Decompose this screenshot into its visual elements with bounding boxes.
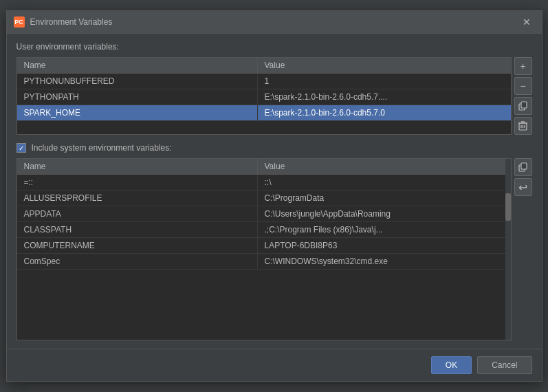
title-bar: PC Environment Variables ✕ — [7, 11, 542, 34]
user-row-value: E:\spark-2.1.0-bin-2.6.0-cdh5.7.0 — [258, 105, 511, 120]
system-row-name: =:: — [17, 175, 258, 190]
svg-rect-1 — [521, 102, 527, 108]
delete-user-var-button[interactable] — [514, 117, 532, 135]
user-table-container: Name Value PYTHONUNBUFFERED 1 PYTHONPATH… — [17, 57, 532, 135]
system-row-value: C:\WINDOWS\system32\cmd.exe — [258, 254, 505, 269]
system-scrollbar-thumb[interactable] — [505, 193, 511, 221]
system-table-row[interactable]: ALLUSERSPROFILE C:\ProgramData — [17, 190, 505, 206]
user-side-buttons: + − — [514, 57, 532, 135]
environment-variables-dialog: PC Environment Variables ✕ User environm… — [6, 10, 542, 382]
system-row-name: ALLUSERSPROFILE — [17, 190, 258, 206]
add-user-var-button[interactable]: + — [514, 57, 532, 75]
system-table-row[interactable]: =:: ::\ — [17, 175, 505, 190]
system-table-row[interactable]: COMPUTERNAME LAPTOP-6DBI8P63 — [17, 238, 505, 254]
svg-rect-9 — [521, 163, 527, 169]
copy-system-var-button[interactable] — [514, 158, 532, 176]
user-table-row[interactable]: SPARK_HOME E:\spark-2.1.0-bin-2.6.0-cdh5… — [17, 105, 511, 121]
system-row-value: .;C:\Program Files (x86)\Java\j... — [258, 222, 505, 237]
system-side-buttons: ↩ — [514, 158, 532, 340]
system-table-inner: Name Value =:: ::\ ALLUSERSPROFILE C:\Pr… — [17, 159, 505, 340]
user-col-value: Value — [258, 58, 511, 73]
system-table-row[interactable]: APPDATA C:\Users\jungle\AppData\Roaming — [17, 206, 505, 222]
dialog-footer: OK Cancel — [7, 349, 542, 381]
system-row-value: LAPTOP-6DBI8P63 — [258, 238, 505, 253]
ok-button[interactable]: OK — [431, 356, 472, 374]
system-row-value: C:\Users\jungle\AppData\Roaming — [258, 206, 505, 221]
system-table-row[interactable]: ComSpec C:\WINDOWS\system32\cmd.exe — [17, 254, 505, 270]
include-system-vars-label: Include system environment variables: — [32, 143, 172, 153]
system-row-name: CLASSPATH — [17, 222, 258, 237]
close-button[interactable]: ✕ — [518, 15, 535, 29]
system-row-name: COMPUTERNAME — [17, 238, 258, 253]
include-system-vars-row: Include system environment variables: — [17, 143, 532, 153]
system-row-value: ::\ — [258, 175, 505, 190]
remove-user-var-button[interactable]: − — [514, 77, 532, 95]
cancel-button[interactable]: Cancel — [477, 356, 531, 374]
system-col-name: Name — [17, 159, 258, 174]
user-table-header: Name Value — [17, 58, 511, 74]
system-table-row[interactable]: CLASSPATH .;C:\Program Files (x86)\Java\… — [17, 222, 505, 238]
user-row-name: PYTHONUNBUFFERED — [17, 74, 258, 89]
system-table-container: Name Value =:: ::\ ALLUSERSPROFILE C:\Pr… — [17, 158, 532, 340]
user-table: Name Value PYTHONUNBUFFERED 1 PYTHONPATH… — [17, 57, 512, 135]
user-row-name: PYTHONPATH — [17, 89, 258, 105]
user-section-label: User environment variables: — [17, 42, 532, 52]
copy-user-var-button[interactable] — [514, 97, 532, 115]
system-col-value: Value — [258, 159, 505, 174]
user-row-name: SPARK_HOME — [17, 105, 258, 120]
user-table-row[interactable]: PYTHONUNBUFFERED 1 — [17, 74, 511, 89]
system-scrollbar[interactable] — [505, 159, 511, 340]
system-table: Name Value =:: ::\ ALLUSERSPROFILE C:\Pr… — [17, 158, 512, 340]
user-table-row[interactable]: PYTHONPATH E:\spark-2.1.0-bin-2.6.0-cdh5… — [17, 89, 511, 105]
include-system-vars-checkbox[interactable] — [17, 143, 26, 153]
system-table-header: Name Value — [17, 159, 505, 175]
system-row-name: APPDATA — [17, 206, 258, 221]
system-row-value: C:\ProgramData — [258, 190, 505, 206]
user-col-name: Name — [17, 58, 258, 73]
undo-system-button[interactable]: ↩ — [514, 178, 532, 196]
app-icon: PC — [14, 17, 25, 28]
dialog-title: Environment Variables — [30, 17, 518, 27]
system-row-name: ComSpec — [17, 254, 258, 269]
user-row-value: 1 — [258, 74, 511, 89]
dialog-body: User environment variables: Name Value P… — [7, 34, 542, 349]
user-row-value: E:\spark-2.1.0-bin-2.6.0-cdh5.7.... — [258, 89, 511, 105]
